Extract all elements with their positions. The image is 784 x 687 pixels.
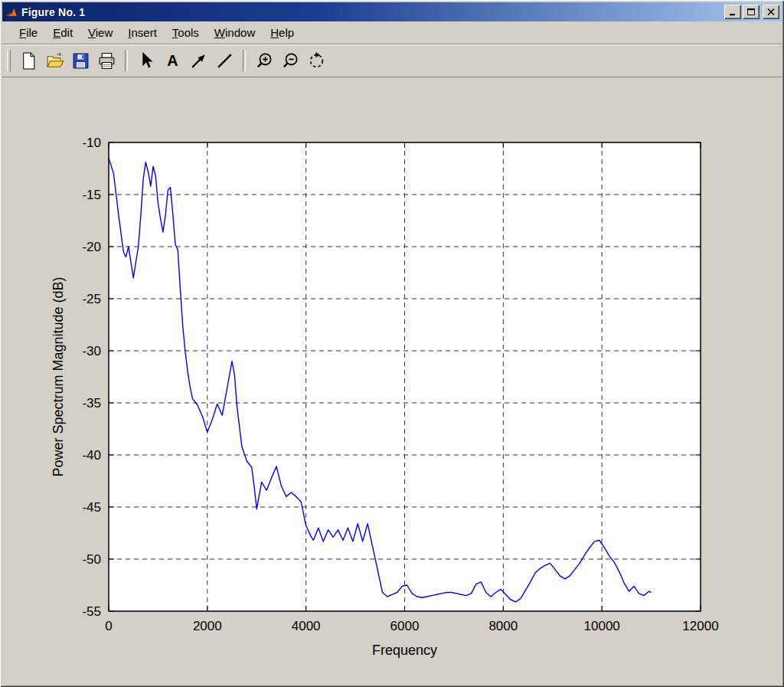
rotate-icon bbox=[307, 51, 326, 70]
x-tick-label: 4000 bbox=[292, 619, 321, 633]
edit-plot-button[interactable] bbox=[133, 48, 159, 73]
save-button[interactable] bbox=[67, 48, 93, 73]
new-figure-button[interactable] bbox=[15, 48, 41, 73]
y-tick-label: -50 bbox=[82, 552, 101, 567]
text-icon: A bbox=[163, 51, 182, 70]
menu-tools[interactable]: Tools bbox=[165, 22, 207, 43]
line-icon bbox=[215, 51, 234, 70]
x-tick-label: 0 bbox=[105, 619, 112, 633]
svg-text:A: A bbox=[167, 52, 178, 69]
minimize-button[interactable] bbox=[724, 5, 741, 19]
menu-help[interactable]: Help bbox=[263, 22, 302, 43]
zoom-out-icon bbox=[281, 51, 300, 70]
window-title: Figure No. 1 bbox=[21, 6, 723, 18]
y-tick-label: -40 bbox=[82, 448, 101, 463]
y-tick-label: -35 bbox=[82, 396, 101, 411]
x-axis-label: Frequency bbox=[372, 643, 437, 658]
y-tick-label: -45 bbox=[82, 500, 101, 515]
insert-arrow-button[interactable] bbox=[185, 48, 211, 73]
open-file-button[interactable] bbox=[41, 48, 67, 73]
close-button[interactable] bbox=[763, 5, 779, 19]
y-tick-label: -25 bbox=[82, 292, 101, 306]
y-tick-label: -55 bbox=[82, 604, 101, 619]
menu-view[interactable]: View bbox=[80, 22, 120, 43]
x-tick-label: 10000 bbox=[584, 619, 620, 633]
toolbar-separator bbox=[243, 50, 246, 71]
pointer-icon bbox=[137, 51, 156, 70]
power-spectrum-plot: 020004000600080001000012000-55-50-45-40-… bbox=[2, 77, 782, 680]
y-tick-label: -10 bbox=[82, 136, 101, 150]
save-icon bbox=[71, 51, 90, 70]
minimize-icon bbox=[728, 8, 737, 16]
zoom-out-button[interactable] bbox=[277, 48, 303, 73]
menu-insert[interactable]: Insert bbox=[120, 22, 165, 43]
close-icon bbox=[766, 8, 776, 16]
open-folder-icon bbox=[45, 51, 64, 70]
y-tick-label: -15 bbox=[82, 188, 101, 202]
menu-bar: FileEditViewInsertToolsWindowHelp bbox=[2, 21, 782, 44]
figure-window: Figure No. 1 FileEditViewInsertToolsWind… bbox=[0, 0, 784, 687]
zoom-in-button[interactable] bbox=[251, 48, 277, 73]
toolbar-grip[interactable] bbox=[7, 50, 11, 71]
menu-edit[interactable]: Edit bbox=[45, 22, 80, 43]
toolbar: A bbox=[2, 44, 782, 77]
toolbar-separator bbox=[125, 50, 128, 71]
maximize-button[interactable] bbox=[743, 5, 760, 19]
insert-text-button[interactable]: A bbox=[159, 48, 185, 73]
x-tick-label: 2000 bbox=[193, 619, 222, 633]
x-tick-label: 12000 bbox=[682, 619, 718, 633]
x-tick-label: 8000 bbox=[488, 619, 518, 633]
print-icon bbox=[97, 51, 116, 70]
y-axis-label: Power Spectrum Magnitude (dB) bbox=[51, 276, 66, 476]
zoom-in-icon bbox=[255, 51, 274, 70]
new-document-icon bbox=[19, 51, 38, 70]
insert-line-button[interactable] bbox=[211, 48, 237, 73]
menu-window[interactable]: Window bbox=[207, 22, 263, 43]
print-button[interactable] bbox=[93, 48, 119, 73]
matlab-icon bbox=[5, 6, 18, 18]
y-tick-label: -20 bbox=[82, 240, 101, 254]
rotate-3d-button[interactable] bbox=[303, 48, 329, 73]
title-bar[interactable]: Figure No. 1 bbox=[2, 2, 782, 21]
arrow-icon bbox=[189, 51, 208, 70]
menu-file[interactable]: File bbox=[11, 22, 45, 43]
figure-canvas[interactable]: 020004000600080001000012000-55-50-45-40-… bbox=[2, 77, 782, 685]
y-tick-label: -30 bbox=[82, 344, 101, 358]
x-tick-label: 6000 bbox=[390, 619, 420, 633]
maximize-icon bbox=[746, 8, 756, 16]
